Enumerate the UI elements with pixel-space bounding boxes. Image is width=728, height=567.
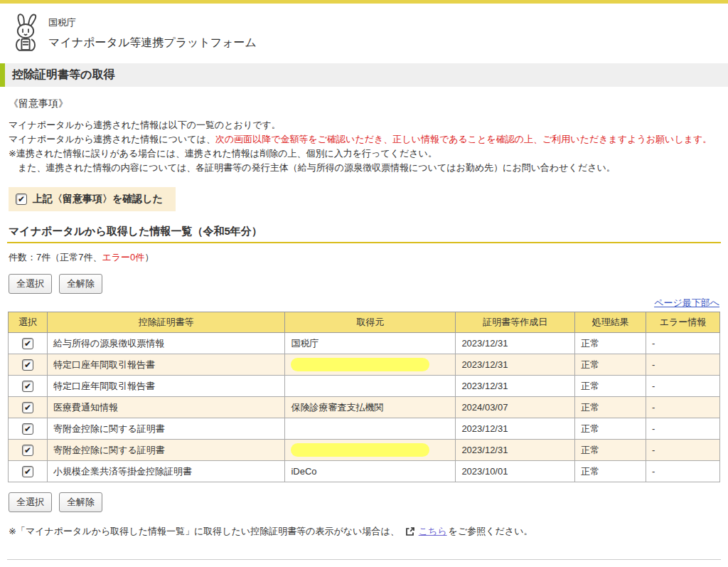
row-checkbox[interactable]	[22, 466, 33, 477]
select-all-button-top[interactable]: 全選択	[9, 274, 52, 294]
kochira-link[interactable]: こちら	[419, 525, 447, 538]
result-cell: 正常	[575, 354, 646, 376]
page-title: 控除証明書等の取得	[0, 63, 728, 87]
creation-date-cell: 2023/12/31	[456, 418, 575, 440]
row-checkbox[interactable]	[22, 402, 33, 413]
result-cell: 正常	[575, 418, 646, 440]
certificate-name-cell: 小規模企業共済等掛金控除証明書	[47, 461, 284, 482]
select-cell	[9, 461, 48, 482]
error-info-cell: -	[646, 376, 720, 397]
result-cell: 正常	[575, 376, 646, 397]
column-header: 選択	[9, 312, 48, 333]
confirm-notice-label: 上記〈留意事項〉を確認した	[33, 193, 163, 206]
creation-date-cell: 2023/10/01	[456, 461, 575, 482]
deselect-all-button-top[interactable]: 全解除	[59, 274, 102, 294]
acquired-info-section-title: マイナポータルから取得した情報一覧（令和5年分）	[7, 223, 721, 243]
row-checkbox[interactable]	[22, 359, 33, 371]
select-cell	[9, 418, 48, 440]
column-header: 取得元	[285, 312, 456, 333]
error-info-cell: -	[646, 418, 720, 440]
creation-date-cell: 2023/12/31	[456, 440, 575, 461]
source-cell: 保険診療審査支払機関	[285, 397, 456, 418]
select-cell	[9, 440, 48, 461]
note-suffix: をご参照ください。	[449, 525, 533, 538]
source-cell	[285, 354, 456, 376]
count-line: 件数：7件（正常7件、エラー0件）	[9, 251, 719, 264]
table-row: 寄附金控除に関する証明書2023/12/31正常-	[9, 418, 720, 440]
table-row: 寄附金控除に関する証明書2023/12/31正常-	[9, 440, 720, 461]
source-cell	[285, 440, 456, 461]
row-checkbox[interactable]	[22, 338, 33, 349]
notice-line-1: マイナポータルから連携された情報は以下の一覧のとおりです。	[9, 118, 719, 132]
platform-name: マイナポータル等連携プラットフォーム	[48, 36, 257, 51]
count-prefix: 件数：7件（正常7件、	[9, 252, 102, 263]
column-header: エラー情報	[646, 312, 720, 333]
agency-name: 国税庁	[48, 16, 257, 29]
certificate-name-cell: 特定口座年間取引報告書	[47, 354, 284, 376]
row-checkbox[interactable]	[22, 445, 33, 456]
error-count: エラー0件	[102, 252, 144, 263]
count-suffix: ）	[144, 252, 154, 263]
page-bottom-link[interactable]: ページ最下部へ	[654, 297, 719, 308]
note-prefix: ※「マイナポータルから取得した情報一覧」に取得したい控除証明書等の表示がない場合…	[9, 525, 400, 538]
creation-date-cell: 2023/12/31	[456, 376, 575, 397]
etax-rabbit-mascot-icon	[9, 12, 43, 53]
certificate-name-cell: 給与所得の源泉徴収票情報	[47, 333, 284, 354]
source-cell	[285, 376, 456, 397]
notice-line-3: ※連携された情報に誤りがある場合には、連携された情報は削除の上、個別に入力を行っ…	[9, 147, 719, 161]
creation-date-cell: 2024/03/07	[456, 397, 575, 418]
creation-date-cell: 2023/12/31	[456, 354, 575, 376]
table-row: 特定口座年間取引報告書2023/12/31正常-	[9, 354, 720, 376]
row-checkbox[interactable]	[22, 381, 33, 392]
to-bottom-row: ページ最下部へ	[9, 297, 719, 309]
redacted-highlight	[291, 443, 429, 457]
certificate-name-cell: 寄附金控除に関する証明書	[47, 418, 284, 440]
top-select-buttons: 全選択 全解除	[9, 274, 719, 294]
error-info-cell: -	[646, 440, 720, 461]
site-header: 国税庁 マイナポータル等連携プラットフォーム	[0, 4, 728, 58]
creation-date-cell: 2023/12/31	[456, 333, 575, 354]
select-cell	[9, 333, 48, 354]
table-header-row: 選択控除証明書等取得元証明書等作成日処理結果エラー情報	[9, 312, 720, 333]
column-header: 証明書等作成日	[456, 312, 575, 333]
source-cell	[285, 418, 456, 440]
deselect-all-button-bottom[interactable]: 全解除	[59, 492, 102, 512]
acquired-info-table: 選択控除証明書等取得元証明書等作成日処理結果エラー情報 給与所得の源泉徴収票情報…	[8, 312, 720, 482]
table-row: 特定口座年間取引報告書2023/12/31正常-	[9, 376, 720, 397]
footer-divider	[7, 559, 721, 560]
source-cell: 国税庁	[285, 333, 456, 354]
select-cell	[9, 376, 48, 397]
confirm-notice-checkbox[interactable]	[16, 194, 27, 205]
table-row: 医療費通知情報保険診療審査支払機関2024/03/07正常-	[9, 397, 720, 418]
row-checkbox[interactable]	[22, 423, 33, 435]
bottom-select-buttons: 全選択 全解除	[9, 492, 719, 512]
certificate-name-cell: 医療費通知情報	[47, 397, 284, 418]
source-cell: iDeCo	[285, 461, 456, 482]
error-info-cell: -	[646, 333, 720, 354]
notice-heading: 《留意事項》	[9, 96, 719, 112]
notice-line-2: マイナポータルから連携された情報については、次の画面以降で金額等をご確認いただき…	[9, 132, 719, 147]
missing-certificate-note: ※「マイナポータルから取得した情報一覧」に取得したい控除証明書等の表示がない場合…	[9, 525, 719, 538]
error-info-cell: -	[646, 354, 720, 376]
select-cell	[9, 354, 48, 376]
result-cell: 正常	[575, 440, 646, 461]
table-row: 小規模企業共済等掛金控除証明書iDeCo2023/10/01正常-	[9, 461, 720, 482]
select-all-button-bottom[interactable]: 全選択	[9, 492, 52, 512]
site-titles: 国税庁 マイナポータル等連携プラットフォーム	[48, 12, 257, 51]
notice-line-2-prefix: マイナポータルから連携された情報については、	[9, 134, 215, 144]
certificate-name-cell: 寄附金控除に関する証明書	[47, 440, 284, 461]
result-cell: 正常	[575, 397, 646, 418]
external-link-icon	[405, 526, 415, 536]
notice-line-4: また、連携された情報の内容については、各証明書等の発行主体（給与所得の源泉徴収票…	[9, 161, 719, 175]
error-info-cell: -	[646, 461, 720, 482]
result-cell: 正常	[575, 333, 646, 354]
column-header: 控除証明書等	[47, 312, 284, 333]
error-info-cell: -	[646, 397, 720, 418]
notice-section: 《留意事項》 マイナポータルから連携された情報は以下の一覧のとおりです。 マイナ…	[0, 87, 728, 175]
confirm-notice-box: 上記〈留意事項〉を確認した	[9, 187, 176, 211]
result-cell: 正常	[575, 461, 646, 482]
select-cell	[9, 397, 48, 418]
table-row: 給与所得の源泉徴収票情報国税庁2023/12/31正常-	[9, 333, 720, 354]
notice-line-2-warning: 次の画面以降で金額等をご確認いただき、正しい情報であることを確認の上、ご利用いた…	[215, 134, 712, 144]
column-header: 処理結果	[575, 312, 646, 333]
